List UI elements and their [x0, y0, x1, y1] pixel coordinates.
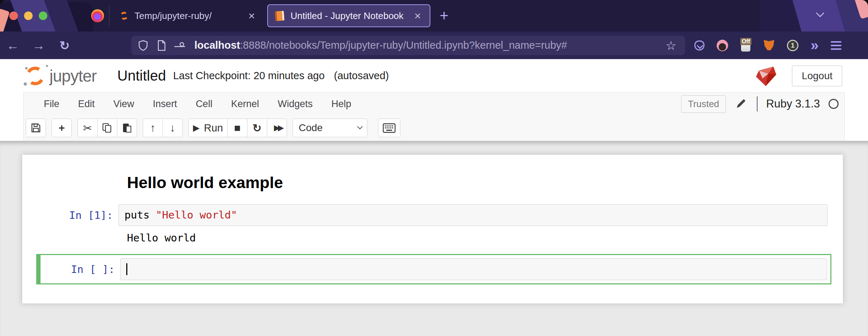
- browser-navbar: ← → ↻ localhost:8888/notebooks/Temp/jupy…: [0, 32, 868, 59]
- minimize-window-button[interactable]: [24, 11, 33, 20]
- pocket-extension-icon[interactable]: [694, 40, 704, 51]
- firefox-window: Temp/jupyter-ruby/ × Untitled - Jupyter …: [0, 0, 868, 336]
- logout-button[interactable]: Logout: [792, 66, 842, 86]
- menu-help[interactable]: Help: [322, 99, 361, 110]
- notebook-page: Hello world example In [1]: puts "Hello …: [0, 141, 868, 336]
- menubar: File Edit View Insert Cell Kernel Widget…: [24, 93, 844, 115]
- tab-close-icon[interactable]: ×: [247, 9, 256, 23]
- code-input-area[interactable]: puts "Hello world": [118, 204, 827, 226]
- close-window-button[interactable]: [9, 11, 18, 20]
- reload-button[interactable]: ↻: [52, 38, 77, 53]
- overflow-chevrons-icon[interactable]: »: [811, 37, 819, 53]
- text-cursor: [126, 263, 127, 275]
- interrupt-kernel-button[interactable]: ■: [227, 119, 247, 137]
- avatar-extension-icon[interactable]: [717, 40, 728, 51]
- code-cell-1[interactable]: In [1]: puts "Hello world" Hello world: [22, 204, 843, 244]
- output-area: Hello world: [22, 232, 843, 244]
- jupyter-favicon-icon: [120, 11, 129, 20]
- notebook-container: Hello world example In [1]: puts "Hello …: [22, 155, 843, 303]
- bookmark-star-icon[interactable]: ☆: [664, 38, 679, 53]
- jupyter-header: jupyter Untitled Last Checkpoint: 20 min…: [0, 59, 868, 92]
- connection-settings-icon[interactable]: [174, 41, 186, 50]
- edit-title-pencil-icon[interactable]: [735, 98, 746, 110]
- logo-dot: [25, 67, 28, 69]
- cut-cell-button[interactable]: ✂: [77, 119, 98, 137]
- restart-run-all-button[interactable]: ▶▶: [267, 119, 287, 137]
- shield-permissions-icon[interactable]: [138, 40, 148, 51]
- jupyter-shell: File Edit View Insert Cell Kernel Widget…: [0, 92, 868, 141]
- paste-cell-button[interactable]: [117, 119, 137, 137]
- notebook-title[interactable]: Untitled: [117, 68, 166, 84]
- menu-view[interactable]: View: [104, 99, 143, 110]
- back-button[interactable]: ←: [0, 38, 26, 53]
- output-text: Hello world: [127, 232, 843, 244]
- extensions-tray: Off 1 »: [694, 37, 854, 53]
- cup-icon: [741, 44, 750, 52]
- move-cell-up-button[interactable]: ↑: [143, 119, 163, 137]
- zoom-window-button[interactable]: [39, 11, 47, 20]
- code-token-fn: puts: [124, 209, 150, 221]
- firefox-logo-icon: [91, 9, 104, 22]
- checkpoint-status: Last Checkpoint: 20 minutes ago: [173, 70, 325, 82]
- page-info-icon[interactable]: [156, 40, 166, 51]
- list-all-tabs-chevron-icon[interactable]: [816, 9, 824, 17]
- ruby-kernel-logo: [755, 65, 778, 87]
- add-cell-button[interactable]: +: [52, 119, 72, 137]
- tab-close-icon[interactable]: ×: [413, 9, 423, 23]
- onepassword-extension-icon[interactable]: 1: [787, 40, 798, 51]
- url-path: :8888/notebooks/Temp/jupyter-ruby/Untitl…: [240, 39, 567, 51]
- floppy-save-icon: [31, 123, 41, 133]
- logo-dot: [24, 82, 27, 86]
- url-host: localhost: [194, 39, 240, 51]
- menu-widgets[interactable]: Widgets: [268, 99, 322, 110]
- autosave-status: (autosaved): [334, 70, 389, 82]
- run-button[interactable]: ▶ Run: [188, 119, 228, 137]
- markdown-heading: Hello world example: [127, 173, 843, 192]
- move-cell-down-button[interactable]: ↓: [162, 119, 183, 137]
- menu-hamburger-icon[interactable]: [831, 41, 841, 50]
- divider: [757, 96, 758, 111]
- jupyter-logo[interactable]: jupyter: [26, 66, 96, 86]
- restart-kernel-button[interactable]: ↻: [247, 119, 267, 137]
- jupyter-logo-text: jupyter: [49, 66, 96, 86]
- tab-divider: [109, 6, 109, 26]
- tab-jupyter-notebook[interactable]: Untitled - Jupyter Notebook ×: [267, 4, 430, 27]
- tab-label: Temp/jupyter-ruby/: [135, 10, 212, 21]
- notebook-toolbar: + ✂: [24, 115, 844, 141]
- cell-type-dropdown[interactable]: Code: [293, 119, 367, 137]
- menu-kernel[interactable]: Kernel: [222, 99, 268, 110]
- notebook-favicon-icon: [275, 11, 284, 21]
- window-controls: [0, 11, 57, 20]
- copy-cell-button[interactable]: [97, 119, 117, 137]
- copy-icon: [102, 123, 113, 133]
- browser-titlebar: Temp/jupyter-ruby/ × Untitled - Jupyter …: [0, 0, 868, 32]
- cell-type-value: Code: [299, 122, 323, 134]
- input-prompt: In [1]:: [22, 204, 118, 221]
- logo-dot: [46, 65, 48, 67]
- chevron-down-icon: [357, 124, 363, 130]
- run-icon: ▶: [193, 123, 199, 133]
- keyboard-icon: [383, 123, 396, 133]
- input-prompt: In [ ]:: [41, 258, 120, 275]
- metamask-extension-icon[interactable]: [763, 40, 775, 51]
- trusted-badge[interactable]: Trusted: [681, 95, 726, 113]
- onepassword-badge: 1: [791, 42, 795, 49]
- kernel-idle-indicator-icon: [829, 99, 839, 109]
- off-badge: Off: [740, 38, 751, 45]
- menu-edit[interactable]: Edit: [69, 99, 104, 110]
- code-input-area-focused[interactable]: [120, 258, 827, 280]
- off-extension-icon[interactable]: Off: [740, 39, 751, 52]
- forward-button[interactable]: →: [26, 38, 52, 53]
- command-palette-button[interactable]: [378, 119, 400, 137]
- save-button[interactable]: [26, 119, 46, 137]
- url-bar[interactable]: localhost:8888/notebooks/Temp/jupyter-ru…: [131, 36, 685, 55]
- menu-cell[interactable]: Cell: [187, 99, 222, 110]
- url-text[interactable]: localhost:8888/notebooks/Temp/jupyter-ru…: [194, 39, 664, 51]
- menu-insert[interactable]: Insert: [143, 99, 187, 110]
- menu-file[interactable]: File: [34, 99, 69, 110]
- tab-jupyter-file-browser[interactable]: Temp/jupyter-ruby/ ×: [113, 4, 264, 27]
- code-token-string: "Hello world": [156, 209, 237, 221]
- paste-icon: [122, 123, 132, 133]
- run-label: Run: [204, 122, 223, 134]
- code-cell-2-selected[interactable]: In [ ]:: [36, 254, 831, 284]
